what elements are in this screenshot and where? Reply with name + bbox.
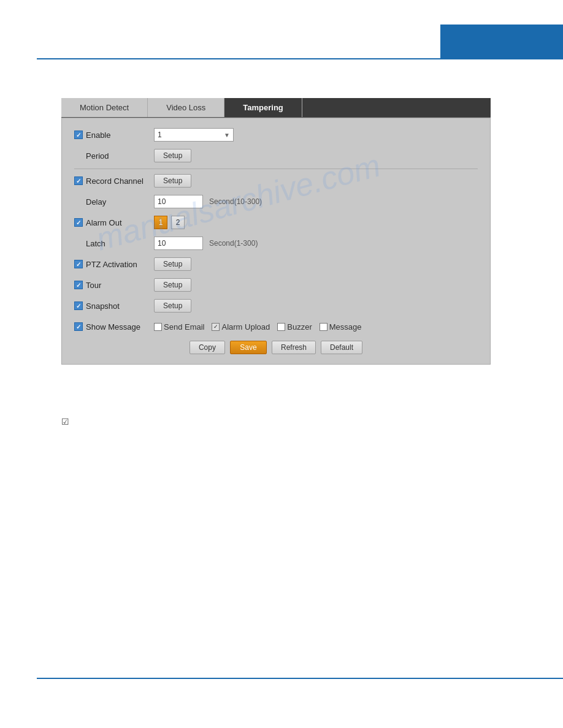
enable-row: Enable 1 ▼ <box>74 127 478 143</box>
delay-row: Delay Second(10-300) <box>74 194 478 210</box>
buzzer-label: Buzzer <box>287 322 312 332</box>
buzzer-checkbox[interactable] <box>277 323 285 331</box>
separator-1 <box>74 169 478 169</box>
ptz-activation-row: PTZ Activation Setup <box>74 256 478 272</box>
record-channel-label: Record Channel <box>86 176 144 186</box>
snapshot-setup-button[interactable]: Setup <box>154 299 191 313</box>
tab-bar: Motion Detect Video Loss Tampering <box>61 98 491 118</box>
tour-checkbox[interactable] <box>74 281 83 289</box>
tab-tampering[interactable]: Tampering <box>224 98 302 117</box>
tour-setup-button[interactable]: Setup <box>154 278 191 292</box>
enable-checkbox[interactable] <box>74 131 83 139</box>
record-channel-row: Record Channel Setup <box>74 173 478 189</box>
send-email-checkbox[interactable] <box>154 323 162 331</box>
buzzer-check-group: Buzzer <box>277 322 312 332</box>
tab-motion-detect[interactable]: Motion Detect <box>61 98 148 117</box>
delay-label: Delay <box>86 197 106 207</box>
latch-unit: Second(1-300) <box>209 239 258 248</box>
record-channel-label-cell: Record Channel <box>74 176 154 186</box>
ptz-activation-setup-button[interactable]: Setup <box>154 257 191 271</box>
enable-dropdown[interactable]: 1 ▼ <box>154 128 234 142</box>
action-row: Copy Save Refresh Default <box>74 341 478 354</box>
save-button[interactable]: Save <box>230 341 267 354</box>
period-label-cell: Period <box>74 151 154 161</box>
delay-unit: Second(10-300) <box>209 197 262 206</box>
snapshot-content: Setup <box>154 299 478 313</box>
delay-input[interactable] <box>154 195 203 208</box>
ptz-activation-checkbox[interactable] <box>74 260 83 268</box>
latch-label-cell: Latch <box>74 239 154 248</box>
alarm-out-btn-2[interactable]: 2 <box>171 216 185 229</box>
alarm-out-content: 1 2 <box>154 216 478 229</box>
show-message-label-cell: Show Message <box>74 322 154 332</box>
show-message-checkbox[interactable] <box>74 322 83 331</box>
alarm-out-checkbox[interactable] <box>74 218 83 227</box>
latch-label: Latch <box>86 239 105 248</box>
alarm-out-row: Alarm Out 1 2 <box>74 214 478 230</box>
dropdown-arrow-icon: ▼ <box>224 132 230 138</box>
message-check-group: Message <box>320 322 362 332</box>
send-email-label: Send Email <box>164 322 204 332</box>
period-setup-button[interactable]: Setup <box>154 149 191 162</box>
latch-row: Latch Second(1-300) <box>74 235 478 251</box>
top-accent-block <box>440 25 563 58</box>
tour-label-cell: Tour <box>74 281 154 290</box>
snapshot-checkbox[interactable] <box>74 301 83 310</box>
ptz-activation-label-cell: PTZ Activation <box>74 260 154 269</box>
tour-row: Tour Setup <box>74 277 478 293</box>
tour-content: Setup <box>154 278 478 292</box>
delay-content: Second(10-300) <box>154 195 478 208</box>
show-message-row: Show Message Send Email Alarm Upload Buz… <box>74 319 478 335</box>
bottom-divider-line <box>37 678 563 679</box>
record-channel-checkbox[interactable] <box>74 176 83 185</box>
record-channel-content: Setup <box>154 174 478 188</box>
latch-content: Second(1-300) <box>154 237 478 250</box>
refresh-button[interactable]: Refresh <box>272 341 316 354</box>
enable-label: Enable <box>86 131 110 140</box>
send-email-check-group: Send Email <box>154 322 204 332</box>
note-icon: ☑ <box>61 417 69 427</box>
snapshot-row: Snapshot Setup <box>74 298 478 314</box>
latch-input[interactable] <box>154 237 203 250</box>
copy-button[interactable]: Copy <box>190 341 225 354</box>
ptz-activation-label: PTZ Activation <box>86 260 137 269</box>
main-panel: Motion Detect Video Loss Tampering Enabl… <box>61 98 491 365</box>
tour-label: Tour <box>86 281 101 290</box>
message-checkbox[interactable] <box>320 323 327 331</box>
snapshot-label: Snapshot <box>86 301 120 311</box>
tab-video-loss[interactable]: Video Loss <box>148 98 224 117</box>
snapshot-label-cell: Snapshot <box>74 301 154 311</box>
show-message-content: Send Email Alarm Upload Buzzer Message <box>154 322 478 332</box>
period-label: Period <box>86 151 109 161</box>
alarm-upload-check-group: Alarm Upload <box>212 322 270 332</box>
ptz-activation-content: Setup <box>154 257 478 271</box>
period-content: Setup <box>154 149 478 162</box>
alarm-out-label-cell: Alarm Out <box>74 218 154 227</box>
tab-spacer <box>302 98 491 117</box>
delay-label-cell: Delay <box>74 197 154 207</box>
top-divider-line <box>37 58 563 59</box>
enable-content: 1 ▼ <box>154 128 478 142</box>
alarm-upload-checkbox[interactable] <box>212 323 220 331</box>
panel-body: Enable 1 ▼ Period Setup Re <box>61 118 491 365</box>
message-label: Message <box>329 322 362 332</box>
enable-label-cell: Enable <box>74 131 154 140</box>
dropdown-value: 1 <box>158 131 162 139</box>
alarm-out-btn-1[interactable]: 1 <box>154 216 167 229</box>
default-button[interactable]: Default <box>321 341 362 354</box>
alarm-out-label: Alarm Out <box>86 218 122 227</box>
alarm-upload-label: Alarm Upload <box>221 322 270 332</box>
period-row: Period Setup <box>74 148 478 164</box>
record-channel-setup-button[interactable]: Setup <box>154 174 191 188</box>
show-message-label: Show Message <box>86 322 140 332</box>
